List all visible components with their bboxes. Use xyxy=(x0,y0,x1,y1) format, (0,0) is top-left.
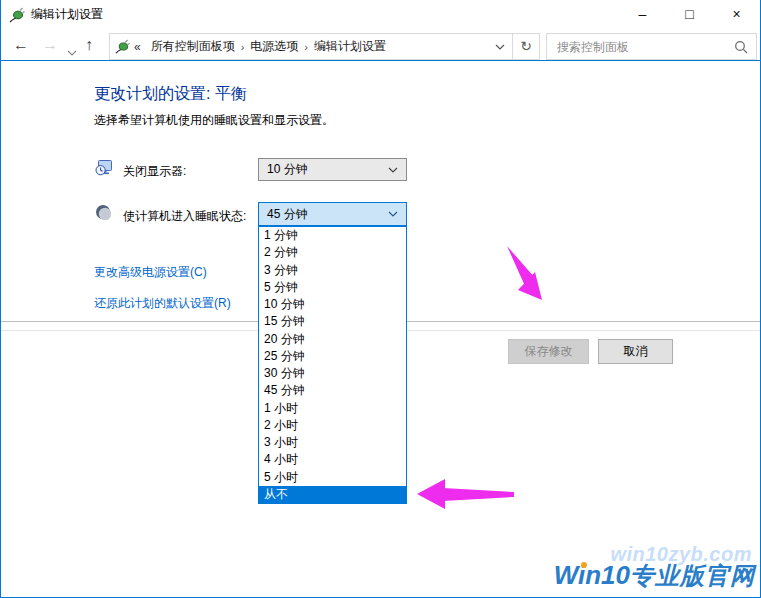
sleep-label: 使计算机进入睡眠状态: xyxy=(123,208,246,225)
cancel-button[interactable]: 取消 xyxy=(598,339,673,364)
sleep-dropdown-list: 1 分钟2 分钟3 分钟5 分钟10 分钟15 分钟20 分钟25 分钟30 分… xyxy=(258,226,407,504)
address-dropdown-icon[interactable] xyxy=(488,44,512,50)
sleep-moon-icon xyxy=(95,204,111,224)
close-button[interactable]: × xyxy=(713,0,760,29)
dropdown-option[interactable]: 15 分钟 xyxy=(259,313,406,330)
navbar-accent-line xyxy=(1,60,760,61)
dropdown-option[interactable]: 5 小时 xyxy=(259,469,406,486)
display-off-select[interactable]: 10 分钟 xyxy=(258,158,407,181)
search-input[interactable] xyxy=(555,39,734,55)
annotation-arrow-diagonal xyxy=(504,245,550,307)
power-plug-icon xyxy=(115,39,130,54)
navigation-bar: ← → ↑ « 所有控制面板项 › 电源选项 › 编辑计划设置 xyxy=(1,29,760,60)
dropdown-option[interactable]: 45 分钟 xyxy=(259,382,406,399)
history-chevron-icon[interactable] xyxy=(67,42,77,60)
search-box[interactable] xyxy=(546,33,757,60)
dropdown-option[interactable]: 3 小时 xyxy=(259,434,406,451)
window-title: 编辑计划设置 xyxy=(31,6,103,23)
dropdown-option[interactable]: 20 分钟 xyxy=(259,331,406,348)
breadcrumb-all-control-panel-items[interactable]: 所有控制面板项 xyxy=(145,38,241,55)
annotation-arrow-left xyxy=(415,476,517,516)
power-plug-icon xyxy=(9,7,25,23)
dropdown-option[interactable]: 从不 xyxy=(259,486,406,503)
restore-defaults-link[interactable]: 还原此计划的默认设置(R) xyxy=(94,295,231,312)
dropdown-option[interactable]: 3 分钟 xyxy=(259,262,406,279)
search-icon[interactable] xyxy=(734,40,748,54)
sleep-select[interactable]: 45 分钟 xyxy=(258,202,407,226)
breadcrumb-overflow[interactable]: « xyxy=(130,40,145,54)
display-clock-icon xyxy=(95,159,113,181)
chevron-down-icon xyxy=(388,211,398,217)
dropdown-option[interactable]: 4 小时 xyxy=(259,451,406,468)
display-off-label: 关闭显示器: xyxy=(123,163,186,180)
page-title: 更改计划的设置: 平衡 xyxy=(94,84,247,105)
breadcrumb-edit-plan-settings[interactable]: 编辑计划设置 xyxy=(308,38,392,55)
sleep-value: 45 分钟 xyxy=(267,206,308,223)
dropdown-option[interactable]: 2 分钟 xyxy=(259,244,406,261)
minimize-button[interactable]: – xyxy=(619,0,666,29)
window-controls: – □ × xyxy=(619,0,760,29)
maximize-button[interactable]: □ xyxy=(666,0,713,29)
dropdown-option[interactable]: 2 小时 xyxy=(259,417,406,434)
dropdown-option[interactable]: 25 分钟 xyxy=(259,348,406,365)
dropdown-option[interactable]: 30 分钟 xyxy=(259,365,406,382)
breadcrumb-power-options[interactable]: 电源选项 xyxy=(244,38,304,55)
save-changes-button: 保存修改 xyxy=(508,339,589,364)
display-off-value: 10 分钟 xyxy=(267,161,308,178)
chevron-down-icon xyxy=(388,167,398,173)
advanced-power-settings-link[interactable]: 更改高级电源设置(C) xyxy=(94,264,207,281)
watermark-brand: Win10专业版官网 xyxy=(554,560,755,592)
dropdown-option[interactable]: 1 分钟 xyxy=(259,227,406,244)
refresh-icon[interactable]: ↻ xyxy=(513,34,539,59)
dropdown-option[interactable]: 1 小时 xyxy=(259,400,406,417)
page-subtitle: 选择希望计算机使用的睡眠设置和显示设置。 xyxy=(94,112,334,129)
address-bar[interactable]: « 所有控制面板项 › 电源选项 › 编辑计划设置 ↻ xyxy=(109,33,540,60)
forward-button: → xyxy=(42,29,58,60)
edit-plan-settings-window: 编辑计划设置 – □ × ← → ↑ « 所有控制面板项 › xyxy=(0,0,761,598)
dropdown-option[interactable]: 10 分钟 xyxy=(259,296,406,313)
dropdown-option[interactable]: 5 分钟 xyxy=(259,279,406,296)
title-bar: 编辑计划设置 – □ × xyxy=(1,0,760,29)
back-button[interactable]: ← xyxy=(13,29,29,60)
up-button[interactable]: ↑ xyxy=(85,29,93,60)
